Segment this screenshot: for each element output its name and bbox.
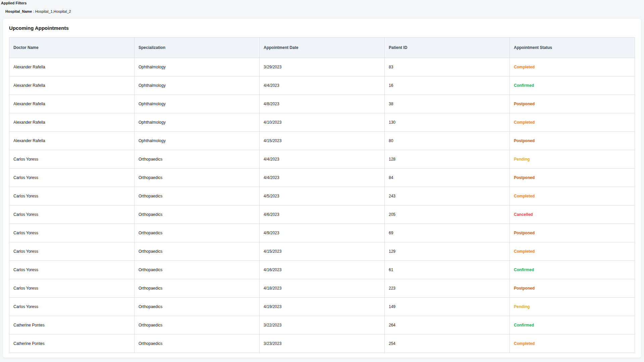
cell-doctor-name: Carlos Yoress [9,150,135,169]
table-row[interactable]: Alexander RafellaOphthalmology3/29/20238… [9,58,635,76]
cell-patient-id: 205 [385,205,510,224]
cell-doctor-name: Carlos Yoress [9,224,135,242]
table-row[interactable]: Alexander RafellaOphthalmology4/10/20231… [9,113,635,132]
cell-patient-id: 80 [385,132,510,150]
cell-appointment-status: Pending [510,298,635,316]
cell-appointment-date: 4/9/2023 [260,224,385,242]
table-row[interactable]: Catherine PontesOrthopaedics3/23/2023254… [9,335,635,353]
cell-appointment-date: 4/10/2023 [260,113,385,132]
cell-appointment-status: Postponed [510,169,635,187]
cell-patient-id: 84 [385,169,510,187]
cell-specialization: Ophthalmology [135,58,260,76]
cell-doctor-name: Carlos Yoress [9,242,135,261]
cell-appointment-date: 4/6/2023 [260,205,385,224]
cell-doctor-name: Alexander Rafella [9,95,135,113]
table-row[interactable]: Carlos YoressOrthopaedics4/9/202369Postp… [9,224,635,242]
cell-specialization: Orthopaedics [135,261,260,279]
filter-name: Hospital_Name [5,9,32,13]
cell-appointment-date: 4/5/2023 [260,187,385,205]
column-header-doctor-name[interactable]: Doctor Name [9,38,135,58]
cell-doctor-name: Alexander Rafella [9,76,135,95]
cell-doctor-name: Alexander Rafella [9,132,135,150]
table-row[interactable]: Carlos YoressOrthopaedics4/16/202361Conf… [9,261,635,279]
cell-appointment-status: Confirmed [510,316,635,335]
table-row[interactable]: Carlos YoressOrthopaedics4/4/202384Postp… [9,169,635,187]
cell-doctor-name: Carlos Yoress [9,169,135,187]
table-row[interactable]: Alexander RafellaOphthalmology4/8/202338… [9,95,635,113]
cell-patient-id: 264 [385,316,510,335]
applied-filter-item: Hospital_Name : Hospital_1,Hospital_2 [5,9,644,13]
cell-specialization: Orthopaedics [135,298,260,316]
upcoming-appointments-card: Upcoming Appointments Doctor NameSpecial… [3,19,641,358]
cell-appointment-date: 3/22/2023 [260,316,385,335]
cell-appointment-date: 4/4/2023 [260,76,385,95]
cell-specialization: Orthopaedics [135,169,260,187]
cell-patient-id: 128 [385,150,510,169]
cell-doctor-name: Catherine Pontes [9,335,135,353]
cell-appointment-status: Completed [510,187,635,205]
column-header-specialization[interactable]: Specialization [135,38,260,58]
cell-patient-id: 254 [385,335,510,353]
cell-appointment-date: 4/4/2023 [260,150,385,169]
cell-appointment-date: 4/15/2023 [260,132,385,150]
card-title: Upcoming Appointments [9,25,635,32]
cell-appointment-date: 4/4/2023 [260,169,385,187]
table-row[interactable]: Carlos YoressOrthopaedics4/19/2023149Pen… [9,298,635,316]
column-header-appointment-status[interactable]: Appointment Status [510,38,635,58]
cell-specialization: Ophthalmology [135,113,260,132]
table-row[interactable]: Carlos YoressOrthopaedics4/18/2023223Pos… [9,279,635,298]
cell-appointment-status: Cancelled [510,205,635,224]
column-header-patient-id[interactable]: Patient ID [385,38,510,58]
cell-doctor-name: Carlos Yoress [9,298,135,316]
filter-value: Hospital_1,Hospital_2 [35,9,71,13]
cell-appointment-date: 4/16/2023 [260,261,385,279]
table-row[interactable]: Carlos YoressOrthopaedics4/5/2023243Comp… [9,187,635,205]
cell-appointment-date: 4/8/2023 [260,95,385,113]
appointments-table-header: Doctor NameSpecializationAppointment Dat… [9,38,635,58]
cell-patient-id: 130 [385,113,510,132]
table-row[interactable]: Catherine PontesOrthopaedics3/22/2023264… [9,316,635,335]
cell-specialization: Ophthalmology [135,132,260,150]
cell-specialization: Orthopaedics [135,242,260,261]
cell-patient-id: 61 [385,261,510,279]
cell-patient-id: 16 [385,76,510,95]
cell-appointment-status: Completed [510,242,635,261]
cell-specialization: Orthopaedics [135,316,260,335]
cell-specialization: Ophthalmology [135,95,260,113]
cell-patient-id: 69 [385,224,510,242]
table-row[interactable]: Alexander RafellaOphthalmology4/15/20238… [9,132,635,150]
applied-filters-panel: Applied Filters Hospital_Name : Hospital… [0,0,644,19]
table-row[interactable]: Carlos YoressOrthopaedics4/6/2023205Canc… [9,205,635,224]
cell-doctor-name: Carlos Yoress [9,261,135,279]
cell-specialization: Orthopaedics [135,205,260,224]
cell-specialization: Orthopaedics [135,279,260,298]
cell-appointment-status: Pending [510,150,635,169]
cell-doctor-name: Carlos Yoress [9,187,135,205]
cell-patient-id: 129 [385,242,510,261]
cell-doctor-name: Alexander Rafella [9,58,135,76]
filter-separator: : [32,9,35,13]
appointments-table: Doctor NameSpecializationAppointment Dat… [9,37,635,353]
cell-doctor-name: Carlos Yoress [9,205,135,224]
header-row: Doctor NameSpecializationAppointment Dat… [9,38,635,58]
cell-appointment-date: 4/18/2023 [260,279,385,298]
appointments-table-body: Alexander RafellaOphthalmology3/29/20238… [9,58,635,353]
cell-specialization: Orthopaedics [135,335,260,353]
cell-appointment-date: 3/23/2023 [260,335,385,353]
table-row[interactable]: Carlos YoressOrthopaedics4/4/2023128Pend… [9,150,635,169]
cell-appointment-date: 4/19/2023 [260,298,385,316]
cell-appointment-status: Completed [510,113,635,132]
cell-doctor-name: Alexander Rafella [9,113,135,132]
cell-specialization: Orthopaedics [135,150,260,169]
cell-patient-id: 83 [385,58,510,76]
cell-specialization: Orthopaedics [135,187,260,205]
cell-specialization: Orthopaedics [135,224,260,242]
column-header-appointment-date[interactable]: Appointment Date [260,38,385,58]
table-row[interactable]: Carlos YoressOrthopaedics4/15/2023129Com… [9,242,635,261]
table-row[interactable]: Alexander RafellaOphthalmology4/4/202316… [9,76,635,95]
cell-appointment-status: Completed [510,335,635,353]
cell-doctor-name: Carlos Yoress [9,279,135,298]
cell-appointment-status: Confirmed [510,261,635,279]
cell-appointment-status: Postponed [510,279,635,298]
cell-appointment-status: Postponed [510,224,635,242]
